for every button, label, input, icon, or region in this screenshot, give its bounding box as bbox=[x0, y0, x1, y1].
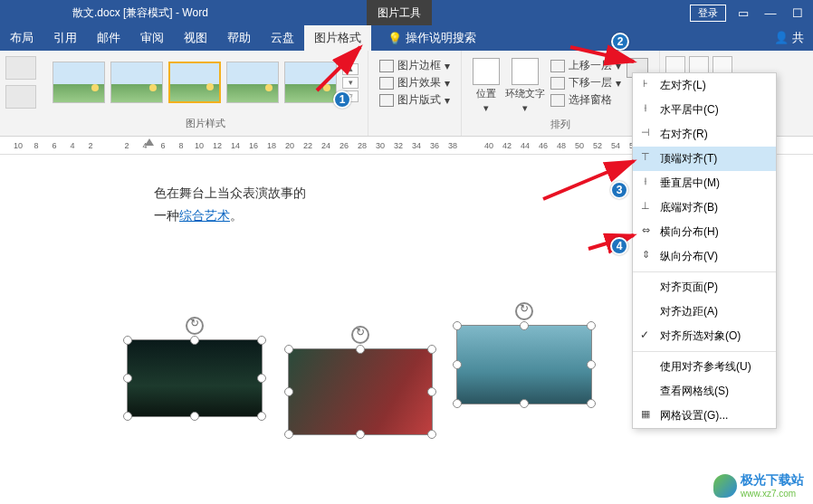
style-thumb-selected[interactable] bbox=[168, 62, 221, 103]
tab-references[interactable]: 引用 bbox=[43, 25, 87, 51]
login-button[interactable]: 登录 bbox=[690, 5, 726, 22]
selected-image[interactable] bbox=[288, 348, 433, 435]
separator bbox=[633, 351, 776, 352]
tab-cloud[interactable]: 云盘 bbox=[261, 25, 304, 51]
ruler-tick: 14 bbox=[226, 141, 244, 150]
ruler-tick: 18 bbox=[263, 141, 281, 150]
maximize-icon[interactable]: ☐ bbox=[788, 6, 808, 20]
document-text: 色在舞台上当众表演故事的 一种综合艺术。 bbox=[154, 182, 306, 227]
ruler-tick: 26 bbox=[335, 141, 353, 150]
text-line: 一种综合艺术。 bbox=[154, 204, 306, 227]
ruler-tick: 34 bbox=[407, 141, 426, 150]
align-right[interactable]: ⊣右对齐(R) bbox=[633, 122, 776, 147]
ruler-tick: 2 bbox=[118, 141, 136, 150]
picture-layout-button[interactable]: 图片版式▾ bbox=[379, 92, 450, 108]
watermark-url: www.xz7.com bbox=[741, 489, 804, 499]
align-bottom-icon: ⊥ bbox=[638, 200, 653, 213]
ruler-tick: 28 bbox=[353, 141, 371, 150]
picture-border-button[interactable]: 图片边框▾ bbox=[379, 58, 450, 73]
ruler-tick: 8 bbox=[27, 141, 45, 150]
ribbon-left-group bbox=[0, 51, 43, 136]
hyperlink[interactable]: 综合艺术 bbox=[179, 208, 230, 223]
ruler-tick: 10 bbox=[190, 141, 208, 150]
ruler-tick: 16 bbox=[244, 141, 263, 150]
align-dropdown: ⊦左对齐(L) ⫲水平居中(C) ⊣右对齐(R) ⊤顶端对齐(T) ⫲垂直居中(… bbox=[632, 72, 777, 429]
ruler-tick: 36 bbox=[426, 141, 444, 150]
align-bottom[interactable]: ⊥底端对齐(B) bbox=[633, 195, 776, 220]
dist-v-icon: ⇕ bbox=[638, 249, 653, 262]
ruler-indent-marker[interactable] bbox=[145, 138, 154, 146]
align-to-margin[interactable]: 对齐边距(A) bbox=[633, 300, 776, 324]
size-stepper[interactable] bbox=[713, 56, 732, 74]
tab-mailings[interactable]: 邮件 bbox=[87, 25, 130, 51]
bring-forward-button[interactable]: 上移一层▾ bbox=[550, 58, 621, 73]
selected-image[interactable] bbox=[456, 325, 592, 404]
backward-icon bbox=[550, 77, 565, 90]
minimize-icon[interactable]: — bbox=[760, 6, 780, 20]
corrections-button[interactable] bbox=[5, 85, 36, 109]
position-button[interactable]: 位置▾ bbox=[473, 58, 500, 114]
send-backward-button[interactable]: 下移一层▾ bbox=[550, 75, 621, 90]
align-top[interactable]: ⊤顶端对齐(T) bbox=[633, 147, 776, 171]
ruler-tick: 32 bbox=[389, 141, 407, 150]
grid-settings[interactable]: ▦网格设置(G)... bbox=[633, 404, 776, 428]
view-gridlines[interactable]: 查看网格线(S) bbox=[633, 379, 776, 404]
align-center-h[interactable]: ⫲水平居中(C) bbox=[633, 98, 776, 122]
contextual-tab-label: 图片工具 bbox=[367, 0, 432, 25]
align-right-icon: ⊣ bbox=[638, 127, 653, 139]
distribute-h[interactable]: ⇔横向分布(H) bbox=[633, 220, 776, 244]
style-thumb[interactable] bbox=[284, 62, 337, 103]
effects-icon bbox=[379, 77, 394, 90]
titlebar: 散文.docx [兼容模式] - Word 图片工具 登录 ▭ — ☐ bbox=[0, 0, 813, 25]
size-button[interactable] bbox=[689, 56, 709, 74]
tell-me-text: 操作说明搜索 bbox=[406, 30, 476, 46]
wrap-text-button[interactable]: 环绕文字▾ bbox=[505, 58, 545, 114]
distribute-v[interactable]: ⇕纵向分布(V) bbox=[633, 244, 776, 269]
annotation-badge-3: 3 bbox=[610, 181, 628, 199]
window-title: 散文.docx [兼容模式] - Word bbox=[0, 5, 330, 21]
grid-icon: ▦ bbox=[638, 408, 653, 421]
text-line: 色在舞台上当众表演故事的 bbox=[154, 182, 306, 204]
align-left-icon: ⊦ bbox=[638, 78, 653, 90]
use-alignment-guides[interactable]: 使用对齐参考线(U) bbox=[633, 355, 776, 379]
position-icon bbox=[473, 58, 500, 85]
selection-pane-button[interactable]: 选择窗格 bbox=[550, 92, 621, 108]
border-icon bbox=[379, 60, 394, 72]
watermark-name: 极光下载站 bbox=[741, 472, 804, 489]
piclayout-icon bbox=[379, 94, 394, 107]
ruler-tick: 22 bbox=[299, 141, 317, 150]
ruler-tick: 54 bbox=[607, 141, 625, 150]
align-to-page[interactable]: 对齐页面(P) bbox=[633, 275, 776, 300]
ruler-tick: 38 bbox=[444, 141, 462, 150]
separator bbox=[633, 271, 776, 272]
ruler-tick: 46 bbox=[534, 141, 552, 150]
align-left[interactable]: ⊦左对齐(L) bbox=[633, 73, 776, 98]
tab-help[interactable]: 帮助 bbox=[217, 25, 261, 51]
align-top-icon: ⊤ bbox=[638, 151, 653, 164]
tab-layout[interactable]: 布局 bbox=[0, 25, 43, 51]
ruler-tick: 24 bbox=[317, 141, 335, 150]
style-thumb[interactable] bbox=[226, 62, 279, 103]
align-middle[interactable]: ⫲垂直居中(M) bbox=[633, 171, 776, 195]
style-thumb[interactable] bbox=[53, 62, 105, 103]
tab-review[interactable]: 审阅 bbox=[130, 25, 174, 51]
remove-background-button[interactable] bbox=[5, 56, 36, 80]
share-button[interactable]: 👤 共 bbox=[765, 25, 813, 51]
tab-view[interactable]: 视图 bbox=[174, 25, 217, 51]
ruler-tick: 12 bbox=[208, 141, 226, 150]
group-label-styles: 图片样式 bbox=[49, 117, 362, 132]
align-selected-objects[interactable]: 对齐所选对象(O) bbox=[633, 324, 776, 348]
pane-icon bbox=[550, 94, 565, 107]
crop-button[interactable] bbox=[665, 56, 685, 74]
group-label-arrange: 排列 bbox=[467, 118, 654, 133]
ribbon-display-icon[interactable]: ▭ bbox=[733, 6, 753, 20]
tell-me[interactable]: 💡 操作说明搜索 bbox=[378, 25, 485, 51]
picture-effects-button[interactable]: 图片效果▾ bbox=[379, 75, 450, 90]
ruler-tick: 42 bbox=[498, 141, 516, 150]
ruler-tick: 10 bbox=[9, 141, 27, 150]
dist-h-icon: ⇔ bbox=[638, 224, 653, 237]
selected-image[interactable] bbox=[127, 339, 263, 417]
tab-picture-format[interactable]: 图片格式 bbox=[304, 25, 371, 51]
style-thumb[interactable] bbox=[110, 62, 163, 103]
ruler-tick: 4 bbox=[63, 141, 81, 150]
